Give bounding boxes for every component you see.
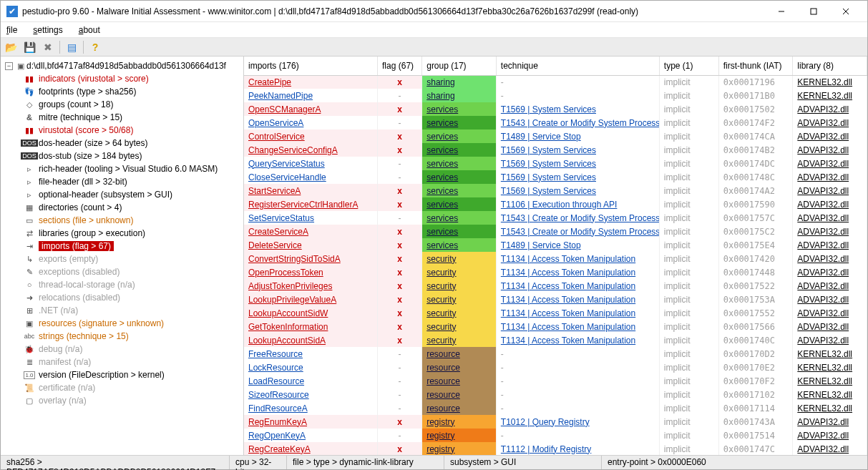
table-row[interactable]: RegisterServiceCtrlHandlerAxservicesT110…: [244, 197, 867, 211]
import-name[interactable]: SetServiceStatus: [248, 213, 314, 223]
help-icon[interactable]: ?: [88, 40, 102, 54]
maximize-button[interactable]: [797, 1, 829, 21]
technique-link[interactable]: T1543 | Create or Modify System Process: [501, 213, 659, 223]
menu-file[interactable]: file: [5, 24, 19, 36]
import-name[interactable]: RegOpenKeyA: [248, 431, 306, 441]
library-cell[interactable]: ADVAPI32.dll: [793, 442, 867, 455]
technique-link[interactable]: T1134 | Access Token Manipulation: [501, 322, 635, 332]
library-cell[interactable]: ADVAPI32.dll: [793, 170, 867, 184]
import-name[interactable]: LockResource: [248, 363, 303, 373]
technique-link[interactable]: T1012 | Query Registry: [501, 417, 590, 427]
col-technique[interactable]: technique: [496, 57, 659, 75]
table-row[interactable]: OpenServiceA-servicesT1543 | Create or M…: [244, 116, 867, 129]
tree-node[interactable]: ▭sections (file > unknown): [4, 214, 243, 227]
delete-icon[interactable]: ✖: [41, 40, 55, 54]
table-row[interactable]: ControlServicexservicesT1489 | Service S…: [244, 129, 867, 143]
group-cell[interactable]: resource: [422, 374, 497, 388]
import-name[interactable]: RegEnumKeyA: [248, 417, 307, 427]
technique-link[interactable]: T1106 | Execution through API: [501, 200, 618, 210]
technique-link[interactable]: T1569 | System Services: [501, 172, 596, 182]
table-row[interactable]: GetTokenInformationxsecurityT1134 | Acce…: [244, 320, 867, 333]
tree-node[interactable]: ➜relocations (disabled): [4, 291, 243, 304]
import-name[interactable]: GetTokenInformation: [248, 322, 328, 332]
menu-about[interactable]: about: [77, 24, 102, 36]
col-library[interactable]: library (8): [793, 57, 867, 75]
group-cell[interactable]: services: [422, 157, 497, 170]
table-row[interactable]: LockResource-resource-implicit0x000170E2…: [244, 361, 867, 374]
library-cell[interactable]: KERNEL32.dll: [793, 89, 867, 102]
import-name[interactable]: LoadResource: [248, 376, 304, 386]
group-cell[interactable]: resource: [422, 361, 497, 374]
technique-link[interactable]: T1134 | Access Token Manipulation: [501, 281, 635, 291]
import-name[interactable]: QueryServiceStatus: [248, 159, 325, 169]
menu-settings[interactable]: settings: [31, 24, 64, 36]
list-icon[interactable]: ▤: [64, 40, 79, 54]
library-cell[interactable]: ADVAPI32.dll: [793, 129, 867, 143]
group-cell[interactable]: security: [422, 252, 497, 265]
group-cell[interactable]: services: [422, 129, 497, 143]
table-row[interactable]: SizeofResource-resource-implicit0x000171…: [244, 388, 867, 401]
technique-link[interactable]: T1569 | System Services: [501, 104, 596, 114]
import-name[interactable]: CloseServiceHandle: [248, 172, 326, 182]
tree-node[interactable]: ▹optional-header (subsystem > GUI): [4, 188, 243, 201]
tree-node[interactable]: &mitre (technique > 15): [4, 111, 243, 124]
library-cell[interactable]: KERNEL32.dll: [793, 374, 867, 388]
group-cell[interactable]: security: [422, 293, 497, 306]
table-row[interactable]: LookupPrivilegeValueAxsecurityT1134 | Ac…: [244, 293, 867, 306]
group-cell[interactable]: security: [422, 265, 497, 279]
technique-link[interactable]: T1569 | System Services: [501, 186, 596, 196]
library-cell[interactable]: KERNEL32.dll: [793, 361, 867, 374]
import-name[interactable]: LookupAccountSidA: [248, 336, 326, 346]
import-name[interactable]: LookupAccountSidW: [248, 308, 328, 318]
library-cell[interactable]: ADVAPI32.dll: [793, 157, 867, 170]
technique-link[interactable]: T1569 | System Services: [501, 145, 596, 155]
group-cell[interactable]: registry: [422, 415, 497, 429]
technique-link[interactable]: T1543 | Create or Modify System Process: [501, 118, 659, 128]
technique-link[interactable]: T1134 | Access Token Manipulation: [501, 336, 635, 346]
group-cell[interactable]: security: [422, 333, 497, 347]
tree-node[interactable]: 1.0version (FileDescription > kernel): [4, 368, 243, 381]
group-cell[interactable]: resource: [422, 401, 497, 415]
tree-node[interactable]: ○thread-local-storage (n/a): [4, 278, 243, 291]
import-name[interactable]: RegCreateKeyA: [248, 444, 311, 454]
import-name[interactable]: SizeofResource: [248, 390, 309, 400]
import-name[interactable]: ChangeServiceConfigA: [248, 145, 338, 155]
tree-node[interactable]: ✎exceptions (disabled): [4, 265, 243, 278]
table-row[interactable]: CreatePipexsharing-implicit0x00017196KER…: [244, 75, 867, 89]
group-cell[interactable]: security: [422, 320, 497, 333]
table-row[interactable]: LookupAccountSidWxsecurityT1134 | Access…: [244, 306, 867, 320]
tree-node[interactable]: DOSdos-stub (size > 184 bytes): [4, 150, 243, 162]
table-row[interactable]: RegOpenKeyA-registry-implicit0x00017514A…: [244, 429, 867, 442]
import-name[interactable]: CreateServiceA: [248, 227, 308, 237]
table-row[interactable]: FindResourceA-resource-implicit0x0001711…: [244, 401, 867, 415]
tree-node[interactable]: abcstrings (technique > 15): [4, 330, 243, 343]
tree-node[interactable]: ▹rich-header (tooling > Visual Studio 6.…: [4, 162, 243, 175]
tree-node[interactable]: ▦directories (count > 4): [4, 201, 243, 214]
col-type[interactable]: type (1): [659, 57, 718, 75]
library-cell[interactable]: ADVAPI32.dll: [793, 306, 867, 320]
table-row[interactable]: PeekNamedPipe-sharing-implicit0x000171B0…: [244, 89, 867, 102]
col-thunk[interactable]: first-thunk (IAT): [718, 57, 793, 75]
import-name[interactable]: LookupPrivilegeValueA: [248, 295, 336, 305]
technique-link[interactable]: T1134 | Access Token Manipulation: [501, 308, 635, 318]
table-row[interactable]: StartServiceAxservicesT1569 | System Ser…: [244, 184, 867, 197]
technique-link[interactable]: T1569 | System Services: [501, 159, 596, 169]
table-row[interactable]: CloseServiceHandle-servicesT1569 | Syste…: [244, 170, 867, 184]
library-cell[interactable]: KERNEL32.dll: [793, 75, 867, 89]
import-name[interactable]: RegisterServiceCtrlHandlerA: [248, 200, 358, 210]
group-cell[interactable]: resource: [422, 347, 497, 361]
table-row[interactable]: LookupAccountSidAxsecurityT1134 | Access…: [244, 333, 867, 347]
import-name[interactable]: AdjustTokenPrivileges: [248, 281, 332, 291]
table-row[interactable]: RegEnumKeyAxregistryT1012 | Query Regist…: [244, 415, 867, 429]
library-cell[interactable]: ADVAPI32.dll: [793, 252, 867, 265]
table-row[interactable]: ChangeServiceConfigAxservicesT1569 | Sys…: [244, 143, 867, 157]
library-cell[interactable]: ADVAPI32.dll: [793, 333, 867, 347]
technique-link[interactable]: T1134 | Access Token Manipulation: [501, 254, 635, 264]
import-name[interactable]: FreeResource: [248, 349, 303, 359]
technique-link[interactable]: T1134 | Access Token Manipulation: [501, 295, 635, 305]
library-cell[interactable]: ADVAPI32.dll: [793, 184, 867, 197]
group-cell[interactable]: services: [422, 197, 497, 211]
library-cell[interactable]: ADVAPI32.dll: [793, 429, 867, 442]
library-cell[interactable]: KERNEL32.dll: [793, 388, 867, 401]
group-cell[interactable]: services: [422, 184, 497, 197]
